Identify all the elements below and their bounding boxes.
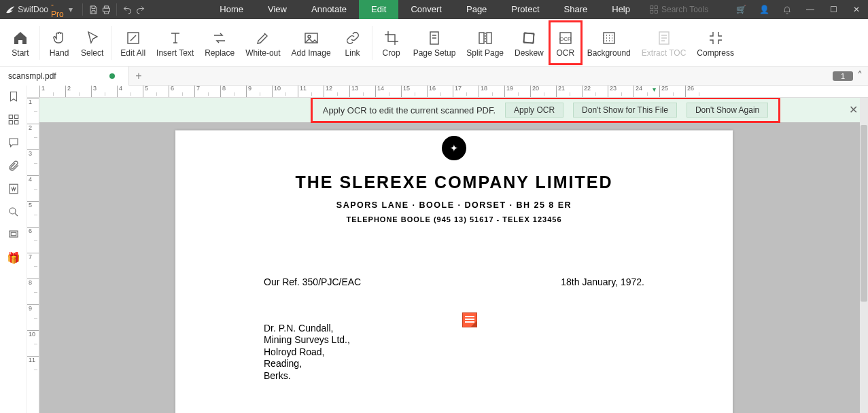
letter-address-line: SAPORS LANE · BOOLE · DORSET · BH 25 8 E… — [175, 200, 733, 210]
minimize-button[interactable]: — — [799, 0, 822, 19]
ribbon-ocr[interactable]: OCROCR — [549, 21, 582, 65]
search-icon[interactable] — [7, 205, 20, 219]
ribbon-addimage[interactable]: Add Image — [286, 21, 336, 65]
ribbon-deskew[interactable]: Deskew — [509, 21, 549, 65]
ribbon-extracttoc: Extract TOC — [636, 21, 692, 65]
profile-icon[interactable]: 👤 — [752, 0, 776, 19]
editall-icon — [125, 28, 141, 48]
comments-icon[interactable] — [7, 136, 20, 149]
vertical-scrollbar[interactable] — [860, 98, 868, 413]
crop-icon — [383, 28, 400, 48]
sticky-note-icon[interactable] — [462, 312, 477, 327]
add-tab-button[interactable]: + — [129, 70, 148, 82]
menu-view[interactable]: View — [256, 0, 299, 19]
splitpage-icon — [477, 28, 493, 48]
letter-address-line: Reading, — [264, 358, 644, 370]
svg-rect-17 — [14, 115, 18, 118]
thumbnails-icon[interactable] — [7, 113, 20, 126]
menu-annotate[interactable]: Annotate — [299, 0, 359, 19]
svg-rect-8 — [479, 33, 484, 43]
svg-rect-9 — [487, 33, 491, 43]
svg-point-21 — [10, 208, 16, 214]
bell-icon[interactable] — [776, 0, 799, 19]
ribbon-editall[interactable]: Edit All — [115, 21, 151, 65]
letter-address-line: Berks. — [264, 370, 644, 382]
apply-ocr-button[interactable]: Apply OCR — [505, 103, 563, 118]
dont-show-again-button[interactable]: Don't Show Again — [687, 103, 768, 118]
ribbon-label: Page Setup — [413, 48, 456, 58]
save-button[interactable] — [87, 0, 100, 19]
close-button[interactable]: ✕ — [845, 0, 868, 19]
replace-icon — [211, 28, 228, 48]
scrollbar-thumb[interactable] — [861, 125, 867, 302]
ribbon-label: Select — [81, 48, 103, 58]
ribbon-replace[interactable]: Replace — [199, 21, 240, 65]
undo-button[interactable] — [121, 0, 134, 19]
svg-rect-23 — [11, 232, 16, 236]
page-indicator[interactable]: 1 — [833, 71, 853, 81]
modified-dot-icon — [109, 73, 115, 79]
ribbon-compress[interactable]: Compress — [691, 21, 740, 65]
menu-page[interactable]: Page — [454, 0, 499, 19]
bird-icon — [5, 4, 15, 15]
letter-phone-line: TELEPHONE BOOLE (945 13) 51617 - TELEX 1… — [175, 215, 733, 223]
word-export-icon[interactable] — [7, 182, 20, 196]
canvas-area: ▾ 12345678910111213141516171819202122232… — [27, 86, 868, 413]
ribbon-inserttext[interactable]: Insert Text — [151, 21, 199, 65]
bookmark-icon[interactable] — [7, 90, 20, 103]
document-tab[interactable]: scansmpl.pdf — [0, 67, 129, 86]
gift-icon[interactable]: 🎁 — [7, 251, 20, 264]
svg-text:OCR: OCR — [559, 36, 572, 42]
svg-rect-10 — [523, 33, 534, 43]
print-button[interactable] — [100, 0, 113, 19]
canvas[interactable]: Apply OCR to edit the current scanned PD… — [39, 98, 868, 413]
titlebar: SwifDoo-Pro ▾ HomeViewAnnotateEditConver… — [0, 0, 868, 19]
svg-rect-20 — [10, 184, 18, 194]
redo-button[interactable] — [134, 0, 147, 19]
ribbon-label: Hand — [50, 48, 69, 58]
menu-help[interactable]: Help — [600, 0, 642, 19]
stamp-icon[interactable] — [7, 228, 20, 242]
ribbon-start[interactable]: Start — [4, 21, 37, 65]
ribbon-crop[interactable]: Crop — [375, 21, 408, 65]
menu-home[interactable]: Home — [207, 0, 256, 19]
svg-rect-1 — [655, 6, 657, 9]
workarea: 🎁 ▾ 123456789101112131415161718192021222… — [0, 86, 868, 413]
sidebar: 🎁 — [0, 86, 27, 413]
letter-address-line: Holroyd Road, — [264, 346, 644, 359]
ribbon-select[interactable]: Select — [75, 21, 109, 65]
dropdown-icon[interactable]: ▾ — [69, 5, 73, 14]
ribbon-label: Crop — [383, 48, 400, 58]
ribbon-splitpage[interactable]: Split Page — [461, 21, 509, 65]
ribbon-pagesetup[interactable]: Page Setup — [408, 21, 462, 65]
maximize-button[interactable]: ☐ — [822, 0, 845, 19]
search-tools[interactable] — [649, 5, 729, 14]
ribbon-label: Edit All — [120, 48, 145, 58]
cart-icon[interactable]: 🛒 — [729, 0, 752, 19]
menu-convert[interactable]: Convert — [398, 0, 454, 19]
select-icon — [84, 28, 101, 48]
svg-rect-19 — [14, 121, 18, 124]
ribbon-label: OCR — [556, 48, 574, 58]
ribbon-link[interactable]: Link — [336, 21, 369, 65]
ribbon-hand[interactable]: Hand — [43, 21, 75, 65]
tab-filename: scansmpl.pdf — [8, 71, 56, 81]
ribbon-whiteout[interactable]: White-out — [240, 21, 285, 65]
ribbon-background[interactable]: Background — [582, 21, 636, 65]
ocr-notice-bar: Apply OCR to edit the current scanned PD… — [311, 98, 780, 122]
attachments-icon[interactable] — [7, 159, 20, 173]
page-view[interactable]: THE SLEREXE COMPANY LIMITED SAPORS LANE … — [175, 130, 733, 413]
chevron-up-icon[interactable]: ˄ — [857, 69, 863, 82]
addimage-icon — [303, 28, 319, 48]
letter-recipient: Dr. P.N. Cundall,Mining Surveys Ltd.,Hol… — [264, 323, 644, 382]
app-name: SwifDoo — [18, 5, 48, 14]
hand-icon — [51, 28, 67, 48]
menu-edit[interactable]: Edit — [359, 0, 398, 19]
search-tools-input[interactable] — [661, 5, 729, 14]
ribbon-label: Insert Text — [156, 48, 194, 58]
menu-protect[interactable]: Protect — [499, 0, 551, 19]
background-icon — [601, 28, 617, 48]
dont-show-file-button[interactable]: Don't Show for This File — [573, 103, 677, 118]
ruler-vertical: 1234567891011 — [27, 98, 39, 413]
menu-share[interactable]: Share — [552, 0, 600, 19]
